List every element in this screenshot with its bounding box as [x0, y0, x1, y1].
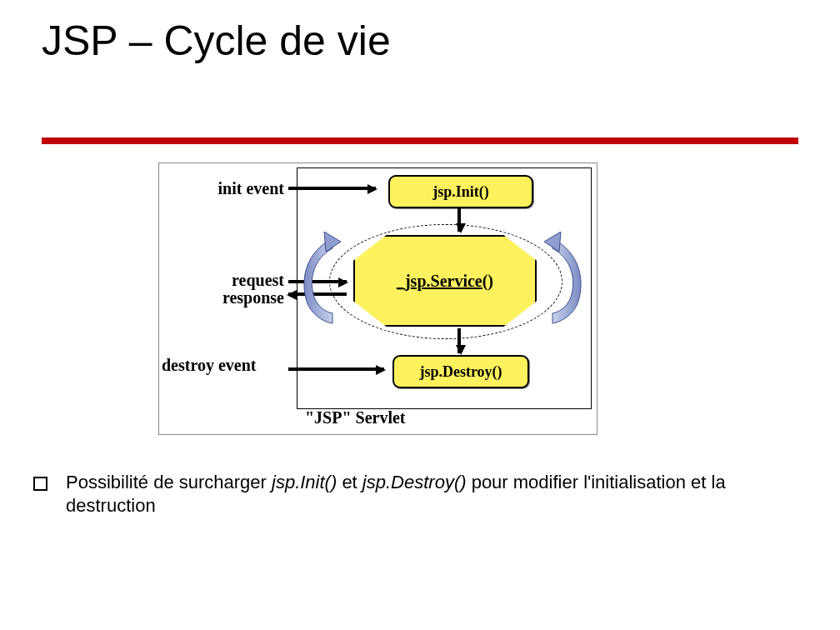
label-response: response — [222, 288, 284, 307]
label-request-response: request response — [168, 272, 284, 307]
bullet-text: Possibilité de surcharger jsp.Init() et … — [66, 471, 808, 517]
title-underline — [42, 138, 798, 144]
bullet-italic1: jsp.Init() — [272, 472, 337, 492]
loop-arrow-left-icon — [299, 232, 341, 328]
bullet-item: Possibilité de surcharger jsp.Init() et … — [33, 471, 808, 517]
bullet-part1: Possibilité de surcharger — [66, 472, 272, 492]
label-jsp-servlet: "JSP" Servlet — [305, 409, 455, 427]
arrow-init-to-service — [458, 207, 461, 232]
box-jsp-destroy: jsp.Destroy() — [392, 355, 529, 388]
arrow-destroy — [288, 368, 384, 371]
slide: JSP – Cycle de vie init event request re… — [0, 0, 840, 630]
box-jsp-service: _jsp.Service() — [353, 235, 537, 327]
arrow-service-to-destroy — [458, 328, 461, 353]
box-jsp-init: jsp.Init() — [388, 175, 533, 208]
label-init-event: init event — [168, 180, 284, 198]
lifecycle-diagram: init event request response destroy even… — [158, 162, 598, 435]
loop-arrow-right-icon — [544, 232, 586, 328]
slide-title: JSP – Cycle de vie — [42, 17, 391, 65]
box-jsp-service-label: _jsp.Service() — [353, 235, 537, 327]
label-request: request — [232, 271, 284, 289]
label-destroy-event: destroy event — [162, 357, 287, 374]
bullet-italic2: jsp.Destroy() — [362, 472, 467, 492]
bullet-icon — [33, 477, 48, 491]
bullet-part2: et — [337, 472, 362, 492]
arrow-init — [288, 187, 376, 190]
